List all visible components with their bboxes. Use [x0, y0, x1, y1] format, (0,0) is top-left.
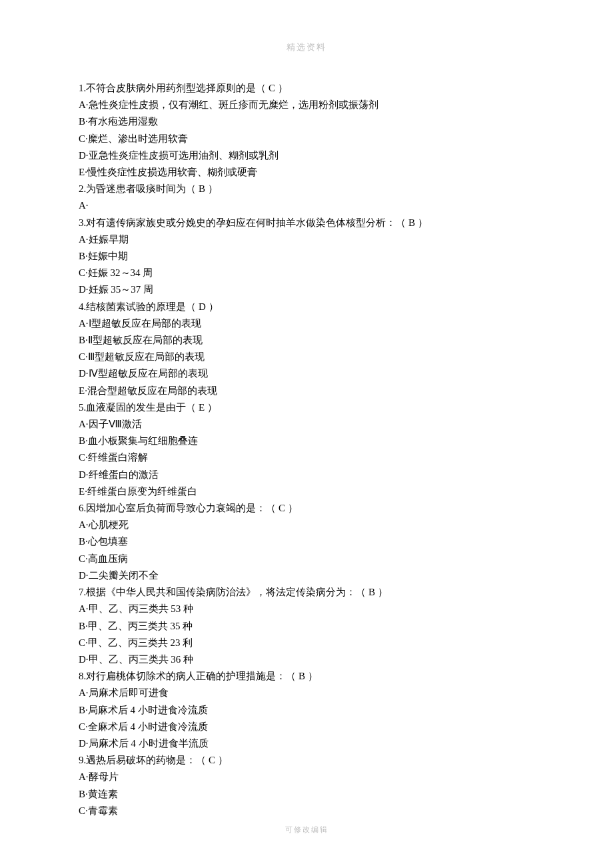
text-line: 8.对行扁桃体切除术的病人正确的护理措施是：（ B ） — [79, 668, 534, 685]
text-line: B·有水疱选用湿敷 — [79, 113, 534, 130]
text-line: B·心包填塞 — [79, 533, 534, 550]
text-line: A· — [79, 197, 534, 214]
text-line: A·Ⅰ型超敏反应在局部的表现 — [79, 315, 534, 332]
text-line: 3.对有遗传病家族史或分娩史的孕妇应在何时抽羊水做染色体核型分析：（ B ） — [79, 215, 534, 231]
text-line: 6.因增加心室后负荷而导致心力衰竭的是：（ C ） — [79, 500, 534, 517]
text-line: E·混合型超敏反应在局部的表现 — [79, 383, 534, 399]
text-line: D·Ⅳ型超敏反应在局部的表现 — [79, 365, 534, 382]
text-line: A·心肌梗死 — [79, 517, 534, 533]
text-line: C·高血压病 — [79, 551, 534, 567]
text-line: B·甲、乙、丙三类共 35 种 — [79, 618, 534, 635]
text-line: C·青霉素 — [79, 803, 534, 819]
text-line: C·全麻术后 4 小时进食冷流质 — [79, 719, 534, 735]
text-line: 4.结核菌素试验的原理是（ D ） — [79, 299, 534, 315]
text-line: B·妊娠中期 — [79, 248, 534, 265]
text-line: A·因子Ⅷ激活 — [79, 416, 534, 433]
text-line: C·糜烂、渗出时选用软膏 — [79, 131, 534, 147]
text-line: A·妊娠早期 — [79, 231, 534, 248]
page-header-label: 精选资料 — [0, 0, 613, 53]
text-line: E·纤维蛋白原变为纤维蛋白 — [79, 483, 534, 500]
text-line: A·甲、乙、丙三类共 53 种 — [79, 601, 534, 617]
text-line: A·急性炎症性皮损，仅有潮红、斑丘疹而无糜烂，选用粉剂或振荡剂 — [79, 97, 534, 113]
text-line: B·Ⅱ型超敏反应在局部的表现 — [79, 332, 534, 349]
text-line: C·甲、乙、丙三类共 23 利 — [79, 635, 534, 651]
text-line: E·慢性炎症性皮损选用软膏、糊剂或硬膏 — [79, 164, 534, 181]
text-line: C·纤维蛋白溶解 — [79, 449, 534, 466]
text-line: A·局麻术后即可进食 — [79, 685, 534, 701]
text-line: 2.为昏迷患者吸痰时间为（ B ） — [79, 181, 534, 197]
text-line: A·酵母片 — [79, 769, 534, 785]
text-line: D·二尖瓣关闭不全 — [79, 567, 534, 584]
page-footer-label: 可修改编辑 — [0, 825, 613, 835]
text-line: 9.遇热后易破坏的药物是：（ C ） — [79, 752, 534, 769]
text-line: 7.根据《中华人民共和国传染病防治法》，将法定传染病分为：（ B ） — [79, 584, 534, 601]
text-line: B·黄连素 — [79, 786, 534, 803]
text-line: D·亚急性炎症性皮损可选用油剂、糊剂或乳剂 — [79, 147, 534, 164]
text-line: C·Ⅲ型超敏反应在局部的表现 — [79, 349, 534, 365]
text-line: 1.不符合皮肤病外用药剂型选择原则的是（ C ） — [79, 80, 534, 97]
document-body: 1.不符合皮肤病外用药剂型选择原则的是（ C ） A·急性炎症性皮损，仅有潮红、… — [0, 53, 613, 819]
text-line: 5.血液凝固的发生是由于（ E ） — [79, 399, 534, 416]
text-line: D·纤维蛋白的激活 — [79, 467, 534, 483]
text-line: D·妊娠 35～37 周 — [79, 281, 534, 298]
text-line: B·血小板聚集与红细胞叠连 — [79, 433, 534, 449]
text-line: D·甲、乙、丙三类共 36 种 — [79, 651, 534, 668]
text-line: B·局麻术后 4 小时进食冷流质 — [79, 702, 534, 719]
text-line: C·妊娠 32～34 周 — [79, 265, 534, 281]
text-line: D·局麻术后 4 小时进食半流质 — [79, 735, 534, 752]
